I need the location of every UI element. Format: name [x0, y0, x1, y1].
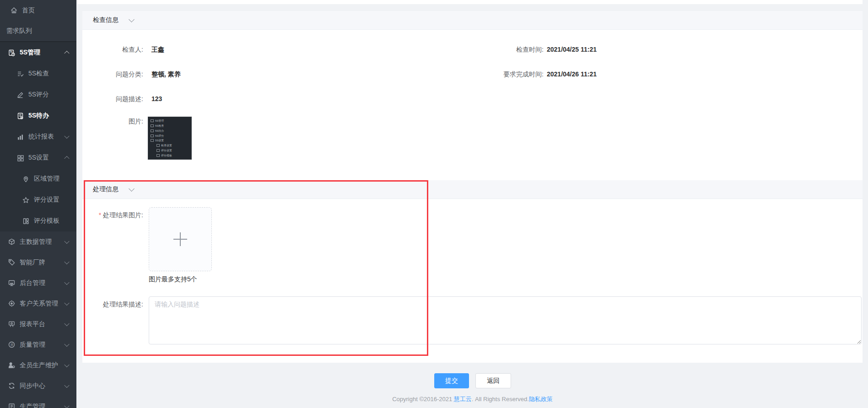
upload-image-button[interactable]: [149, 207, 212, 271]
brand-link[interactable]: 慧工云: [454, 396, 472, 403]
deadline-label: 要求完成时间:: [452, 69, 544, 80]
sidebar-item-production-management[interactable]: 生产管理: [0, 396, 76, 408]
sidebar-item-label: 5S评分: [28, 91, 49, 99]
sidebar-item-area-management[interactable]: 区域管理: [0, 168, 76, 189]
sidebar-item-score-template[interactable]: 评分模板: [0, 210, 76, 231]
copyright-text: Copyright ©2016-2021: [392, 396, 454, 403]
clipboard-icon: [8, 403, 16, 408]
mini-icon: [156, 149, 160, 152]
list-check-icon: [16, 70, 24, 78]
sidebar-item-label: 需求队列: [6, 27, 32, 35]
thumb-row: 5S评分: [151, 134, 189, 137]
svg-text:质: 质: [10, 343, 13, 347]
submit-button[interactable]: 提交: [434, 373, 469, 388]
thumb-label: 5S管理: [155, 119, 164, 122]
chevron-down-icon: [64, 238, 69, 243]
target-icon: [8, 300, 16, 307]
thumb-row: 检查设置: [151, 144, 189, 147]
sidebar-item-backend-management[interactable]: 后台管理: [0, 273, 76, 293]
section-title: 处理信息: [93, 185, 119, 193]
sidebar-item-label: 5S管理: [20, 48, 40, 57]
sidebar-item-score-settings[interactable]: 评分设置: [0, 189, 76, 210]
mini-icon: [151, 139, 154, 142]
check-time-value: 2021/04/25 11:21: [547, 44, 597, 55]
mini-icon: [151, 134, 154, 137]
privacy-policy-link[interactable]: 隐私政策: [529, 396, 553, 403]
chevron-down-icon: [64, 321, 69, 326]
sidebar-item-label: 质量管理: [20, 341, 45, 349]
todo-document-icon: [16, 112, 24, 120]
check-time-label: 检查时间:: [452, 44, 544, 55]
sidebar-item-tpm[interactable]: 全员生产维护: [0, 355, 76, 376]
sidebar-item-label: 同步中心: [20, 382, 45, 390]
field-row-image: 图片:: [82, 116, 863, 127]
deadline-value: 2021/04/26 11:21: [547, 69, 597, 80]
sidebar-item-quality-management[interactable]: 质 质量管理: [0, 334, 76, 355]
sidebar-item-5s-todo[interactable]: 5S待办: [0, 105, 76, 126]
tag-icon: [8, 258, 16, 266]
sidebar-item-5s-settings[interactable]: 5S设置: [0, 147, 76, 168]
sidebar-item-5s-scoring[interactable]: 5S评分: [0, 84, 76, 105]
result-description-textarea[interactable]: [149, 296, 862, 344]
footer: Copyright ©2016-2021 慧工云. All Rights Res…: [82, 395, 863, 403]
sidebar-item-label: 客户关系管理: [20, 300, 58, 308]
star-icon: [22, 196, 30, 204]
presentation-board-icon: [8, 320, 16, 328]
sidebar-item-5s-management[interactable]: 5s 5S管理: [0, 42, 76, 63]
section-header-process[interactable]: 处理信息: [82, 180, 863, 199]
inspector-value: 王鑫: [151, 44, 164, 55]
chevron-down-icon: [64, 341, 69, 346]
sidebar-item-label: 后台管理: [20, 279, 45, 287]
section-title: 检查信息: [93, 16, 119, 24]
sidebar-item-label: 5S待办: [28, 112, 49, 120]
sidebar-item-label: 5S设置: [28, 154, 49, 162]
sidebar-item-label: 全员生产维护: [20, 361, 58, 370]
sidebar-item-label: 报表平台: [20, 320, 45, 328]
category-label: 问题分类:: [82, 69, 143, 80]
result-image-label-text: 处理结果图片:: [103, 211, 143, 219]
section-header-inspection[interactable]: 检查信息: [82, 11, 863, 30]
sidebar: 首页 需求队列 5s 5S管理 5S检查: [0, 0, 76, 408]
chevron-down-icon: [129, 186, 135, 192]
thumb-row: 评分模板: [151, 154, 189, 157]
thumb-label: 评分设置: [161, 149, 172, 152]
issue-image-thumbnail[interactable]: 5S管理 5S检查 5S待办 5S评分 5S设置 检查设置 评分设置 评分模板: [148, 117, 192, 160]
sidebar-item-crm[interactable]: 客户关系管理: [0, 293, 76, 314]
top-bar-remnant: [77, 0, 863, 4]
sidebar-item-label: 区域管理: [34, 175, 59, 183]
sidebar-item-label: 5S检查: [28, 70, 49, 78]
mini-icon: [156, 144, 160, 147]
sidebar-item-label: 统计报表: [28, 133, 54, 141]
sidebar-item-smart-plate[interactable]: 智能厂牌: [0, 252, 76, 273]
chevron-up-icon: [64, 156, 69, 161]
mini-icon: [151, 124, 154, 127]
grid-icon: [16, 154, 24, 162]
sidebar-item-label: 评分模板: [34, 217, 59, 225]
score-pen-icon: [16, 91, 24, 99]
required-asterisk: *: [99, 211, 101, 219]
thumb-label: 5S评分: [155, 134, 164, 137]
person-wrench-icon: [8, 361, 16, 369]
sidebar-item-label: 首页: [22, 6, 35, 15]
upload-hint: 图片最多支持5个: [149, 274, 197, 285]
back-button[interactable]: 返回: [475, 373, 511, 388]
sidebar-item-5s-inspection[interactable]: 5S检查: [0, 63, 76, 84]
sidebar-group-5s: 5s 5S管理 5S检查 5S评分: [0, 41, 76, 231]
bar-chart-icon: [16, 133, 24, 141]
sidebar-item-statistics-reports[interactable]: 统计报表: [0, 126, 76, 147]
thumb-label: 检查设置: [161, 144, 172, 147]
sidebar-item-report-platform[interactable]: 报表平台: [0, 314, 76, 334]
chevron-down-icon: [64, 259, 69, 264]
issue-description-label: 问题描述:: [82, 93, 143, 104]
sidebar-item-demand-queue[interactable]: 需求队列: [0, 21, 76, 41]
sidebar-item-master-data[interactable]: 主数据管理: [0, 231, 76, 252]
chevron-down-icon: [64, 382, 69, 387]
chevron-up-icon: [64, 51, 69, 56]
sync-icon: [8, 382, 16, 390]
sidebar-item-sync-center[interactable]: 同步中心: [0, 376, 76, 396]
sidebar-item-home[interactable]: 首页: [0, 0, 76, 21]
mini-icon: [151, 129, 154, 132]
thumb-label: 评分模板: [161, 154, 172, 157]
issue-description-value: 123: [151, 93, 162, 104]
sidebar-item-label: 生产管理: [20, 403, 45, 408]
